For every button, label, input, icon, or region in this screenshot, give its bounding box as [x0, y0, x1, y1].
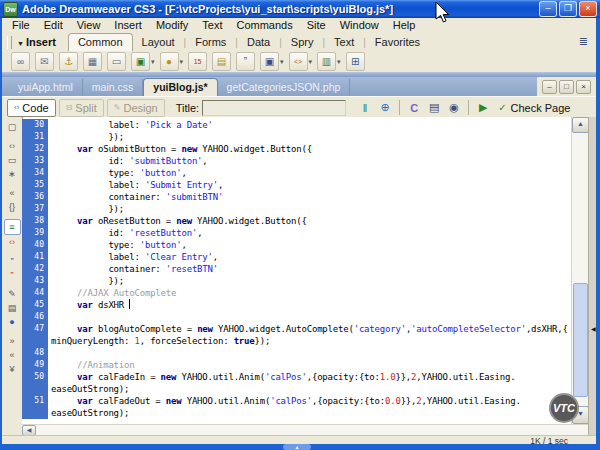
- insert-tab-favorites[interactable]: Favorites: [366, 34, 429, 51]
- dropdown-arrow-icon[interactable]: ▾: [151, 58, 155, 66]
- recent-snippets-icon[interactable]: ▤: [5, 301, 20, 315]
- title-input[interactable]: [202, 100, 346, 116]
- insert-tab-layout[interactable]: Layout: [133, 34, 184, 51]
- code-line: 47 var blogAutoComplete = new YAHOO.widg…: [22, 323, 570, 347]
- insert-icons-row: ∞✉⚓▦▭▣▾●▾15▤”▣▾<>▾▥▾⊞: [2, 51, 596, 72]
- code-line: 44 //AJAX AutoComplete: [22, 287, 570, 299]
- templates-icon[interactable]: ▥▾: [317, 52, 341, 71]
- server-side-include-icon[interactable]: ▤: [212, 52, 231, 71]
- code-line: 41 label: 'Clear Entry',: [22, 251, 570, 263]
- dropdown-arrow-icon[interactable]: ▾: [309, 58, 313, 66]
- validate-markup-icon[interactable]: ‖: [355, 99, 375, 116]
- doc-restore-button[interactable]: □: [559, 80, 574, 94]
- open-documents-icon[interactable]: ▢: [5, 120, 20, 134]
- scroll-left-icon[interactable]: ◀: [22, 425, 36, 436]
- email-link-icon[interactable]: ✉: [35, 52, 54, 71]
- doc-close-button[interactable]: ×: [576, 80, 591, 94]
- move-css-icon[interactable]: ●: [5, 315, 20, 329]
- menu-window[interactable]: Window: [333, 19, 386, 31]
- menu-file[interactable]: File: [5, 19, 37, 31]
- code-line: 36 container: 'submitBTN': [22, 191, 570, 203]
- vertical-scrollbar[interactable]: ▲ ▼: [571, 117, 588, 424]
- balance-braces-icon[interactable]: {}: [5, 200, 20, 214]
- comment-icon[interactable]: ”: [236, 52, 255, 71]
- dropdown-arrow-icon[interactable]: ▾: [280, 58, 284, 66]
- date-icon[interactable]: 15: [188, 52, 207, 71]
- preview-debug-icon[interactable]: ▶: [473, 99, 493, 116]
- insert-div-icon[interactable]: ▭: [107, 52, 126, 71]
- code-editor[interactable]: ▢‹›▭∗«{}≡‹›””✎▤●»«¥ 30 label: 'Pick a Da…: [2, 117, 596, 424]
- line-numbers-icon[interactable]: ≡: [4, 219, 21, 235]
- panel-grip[interactable]: [7, 36, 12, 49]
- document-toolbar: ‹› Code ⊟ Split ✎ Design Title: ‖⊕C▤◉▶ ✓…: [2, 96, 596, 119]
- line-number: 32: [22, 143, 48, 155]
- line-number: 44: [22, 287, 48, 299]
- code-view-button[interactable]: ‹› Code: [7, 99, 56, 117]
- collapse-selection-icon[interactable]: ▭: [5, 153, 20, 167]
- preview-in-browser-icon[interactable]: ⊕: [375, 99, 395, 116]
- line-number: 39: [22, 227, 48, 239]
- minimize-button[interactable]: –: [539, 1, 557, 17]
- document-tab-getcategoriesjson-php[interactable]: getCategoriesJSON.php: [218, 79, 351, 96]
- maximize-button[interactable]: ❐: [559, 1, 577, 17]
- insert-tab-forms[interactable]: Forms: [186, 34, 235, 51]
- code-line: 45 var dsXHR: [22, 299, 570, 311]
- insert-panel-menu-icon[interactable]: ≣: [579, 35, 588, 48]
- format-source-code-icon[interactable]: ¥: [5, 362, 20, 376]
- expand-all-icon[interactable]: ∗: [5, 167, 20, 181]
- indent-code-icon[interactable]: »: [5, 334, 20, 348]
- menu-site[interactable]: Site: [300, 19, 333, 31]
- code-line: 43 });: [22, 275, 570, 287]
- script-icon[interactable]: <>▾: [289, 52, 313, 71]
- document-tab-main-css[interactable]: main.css: [83, 79, 143, 96]
- code-line: 32 var oSubmitButton = new YAHOO.widget.…: [22, 143, 570, 155]
- insert-tab-text[interactable]: Text: [325, 34, 363, 51]
- dropdown-arrow-icon[interactable]: ▾: [180, 58, 184, 66]
- properties-panel-expander[interactable]: ▲: [283, 444, 311, 450]
- insert-tab-data[interactable]: Data: [238, 34, 279, 51]
- tag-chooser-icon[interactable]: ⊞: [346, 52, 365, 71]
- menu-insert[interactable]: Insert: [107, 19, 149, 31]
- images-icon[interactable]: ▣▾: [131, 52, 155, 71]
- wrap-tag-icon[interactable]: ✎: [5, 287, 20, 301]
- check-page-button[interactable]: ✓ Check Page: [498, 102, 570, 114]
- remove-comment-icon[interactable]: ”: [5, 268, 20, 282]
- outdent-code-icon[interactable]: «: [5, 348, 20, 362]
- insert-tab-common[interactable]: Common: [68, 33, 133, 52]
- vtc-watermark: VTC: [549, 393, 579, 423]
- insert-tab-spry[interactable]: Spry: [282, 34, 323, 51]
- document-tab-yuiblog-js-[interactable]: yuiBlog.js*: [143, 78, 217, 96]
- hyperlink-icon[interactable]: ∞: [11, 52, 30, 71]
- menu-edit[interactable]: Edit: [37, 19, 70, 31]
- view-options-icon[interactable]: ▤: [424, 99, 444, 116]
- dropdown-arrow-icon[interactable]: ▾: [337, 58, 341, 66]
- close-button[interactable]: ×: [579, 1, 597, 17]
- design-view-button: ✎ Design: [107, 99, 165, 117]
- collapse-full-tag-icon[interactable]: ‹›: [5, 139, 20, 153]
- visual-aids-icon[interactable]: ◉: [444, 99, 464, 116]
- table-icon[interactable]: ▦: [83, 52, 102, 71]
- menu-commands[interactable]: Commands: [229, 19, 299, 31]
- horizontal-scrollbar[interactable]: ◀: [2, 424, 596, 435]
- media-icon[interactable]: ●▾: [160, 52, 184, 71]
- menu-view[interactable]: View: [70, 19, 108, 31]
- title-bar[interactable]: Dw Adobe Dreamweaver CS3 - [F:\vtcProjec…: [0, 0, 600, 18]
- apply-comment-icon[interactable]: ”: [5, 254, 20, 268]
- code-line: 37 });: [22, 203, 570, 215]
- menu-text[interactable]: Text: [195, 19, 229, 31]
- scroll-up-icon[interactable]: ▲: [572, 117, 589, 133]
- named-anchor-icon[interactable]: ⚓: [59, 52, 78, 71]
- menu-modify[interactable]: Modify: [149, 19, 195, 31]
- head-icon[interactable]: ▣▾: [260, 52, 284, 71]
- insert-collapse-arrow-icon[interactable]: ▼: [17, 40, 24, 47]
- code-rows[interactable]: 30 label: 'Pick a Date'31 });32 var oSub…: [22, 119, 570, 424]
- menu-help[interactable]: Help: [386, 19, 423, 31]
- document-tab-yuiapp-html[interactable]: yuiApp.html: [9, 79, 83, 96]
- refresh-icon[interactable]: C: [404, 99, 424, 116]
- h-scroll-track[interactable]: ◀: [22, 424, 596, 436]
- doc-minimize-button[interactable]: –: [542, 80, 557, 94]
- select-parent-tag-icon[interactable]: «: [5, 186, 20, 200]
- scrollbar-thumb[interactable]: [573, 283, 588, 397]
- highlight-invalid-code-icon[interactable]: ‹›: [5, 235, 20, 249]
- panel-collapse-arrow-icon[interactable]: ◀: [591, 325, 596, 332]
